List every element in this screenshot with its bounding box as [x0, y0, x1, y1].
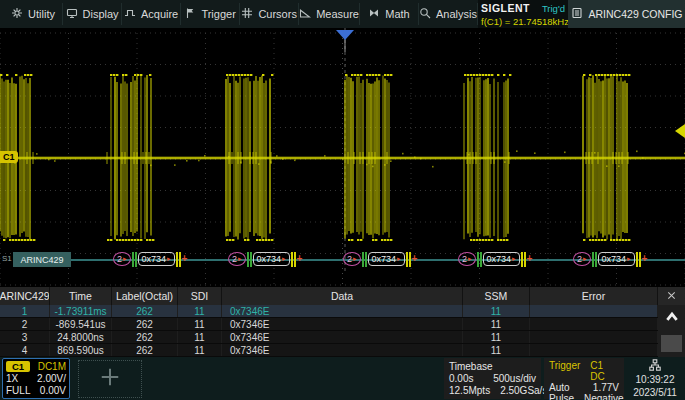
trigger-title: Trigger: [549, 360, 580, 382]
decode-ssm-mark: [291, 252, 296, 267]
channel-offset-marker[interactable]: C1: [0, 151, 18, 163]
decode-sdi-mark: [132, 252, 137, 267]
table-cell: [530, 305, 658, 317]
trigger-mode: Auto: [549, 382, 570, 393]
trigger-status-badge: Trig'd: [542, 3, 565, 14]
table-cell: -1.73911ms: [50, 305, 112, 317]
decode-bus-label[interactable]: ARINC429: [13, 252, 71, 267]
trigger-type: Pulse: [549, 393, 574, 400]
decode-list-table: ARINC429TimeLabel(Octal)SDIDataSSMError1…: [0, 287, 685, 357]
decode-parity-mark: +: [412, 254, 418, 264]
table-cell: 11: [178, 305, 222, 317]
trigger-level: 1.77V: [593, 382, 619, 393]
table-row[interactable]: 324.8000ns262110x7346E11: [0, 331, 658, 344]
decode-frame: 2▸0x734▸+: [228, 251, 302, 267]
table-cell: 262: [112, 305, 178, 317]
decode-data: 0x734▸: [598, 252, 635, 266]
table-cell: 0x7346E: [222, 305, 463, 317]
menu-item-analysis[interactable]: Analysis: [419, 3, 478, 25]
add-channel-button[interactable]: [78, 360, 142, 398]
table-row[interactable]: 4869.590us262110x7346E11: [0, 344, 658, 357]
decode-parity-mark: +: [642, 254, 648, 264]
waveform-display: [0, 28, 685, 287]
table-cell: 11: [463, 318, 530, 330]
decode-frame: 2▸0x734▸+: [458, 251, 532, 267]
decode-parity-mark: +: [297, 254, 303, 264]
acquire-icon: [124, 7, 136, 21]
table-row[interactable]: 1-1.73911ms262110x7346E11: [0, 305, 658, 318]
brand-logo: SIGLENT: [481, 2, 530, 14]
column-header: SDI: [178, 287, 222, 305]
decode-data: 0x734▸: [138, 252, 175, 266]
channel-name-tag: C1: [6, 361, 30, 372]
trigger-level-marker-icon[interactable]: [675, 124, 685, 138]
column-header: Error: [530, 287, 658, 305]
arinc429-config-button[interactable]: ARINC429 CONFIG: [568, 0, 685, 28]
menu-item-cursors[interactable]: Cursors: [240, 3, 299, 25]
decode-data: 0x734▸: [253, 252, 290, 266]
plus-icon: [99, 366, 121, 392]
trigger-position-marker-icon[interactable]: [336, 30, 354, 40]
table-cell: 0x7346E: [222, 318, 463, 330]
timebase-delay: 0.00s: [449, 373, 473, 384]
table-cell: 2: [0, 318, 50, 330]
clock-time: 10:39:22: [636, 374, 675, 385]
decode-ssm-mark: [406, 252, 411, 267]
waveform-plot-area[interactable]: C1 S1 ARINC429 2▸0x734▸+2▸0x734▸+2▸0x734…: [0, 28, 685, 287]
table-cell: 869.590us: [50, 344, 112, 356]
channel1-box[interactable]: C1 DC1M 1X 2.00V/ FULL 0.00V: [2, 358, 70, 399]
timebase-box[interactable]: Timebase 0.00s 500us/div 12.5Mpts 2.50GS…: [444, 358, 541, 399]
decode-sdi-mark: [362, 252, 367, 267]
bus-id-label: S1: [2, 254, 12, 263]
menu-item-measure[interactable]: Measure: [299, 3, 360, 25]
decode-label: 2▸: [458, 252, 476, 266]
decode-data: 0x734▸: [368, 252, 405, 266]
table-cell: 262: [112, 344, 178, 356]
decode-sdi-mark: [592, 252, 597, 267]
table-cell: 0x7346E: [222, 344, 463, 356]
trigger-slope: Negative: [584, 393, 623, 400]
decode-ssm-mark: [176, 252, 181, 267]
table-close-button[interactable]: [658, 287, 685, 305]
close-icon: [666, 287, 677, 305]
decode-data: 0x734▸: [483, 252, 520, 266]
menu-item-trigger[interactable]: Trigger: [181, 3, 240, 25]
decode-sdi-mark: [247, 252, 252, 267]
clock-date: 2023/5/11: [633, 387, 677, 398]
table-cell: 262: [112, 331, 178, 343]
list-icon: [571, 7, 583, 21]
column-header: SSM: [463, 287, 530, 305]
table-cell: 24.8000ns: [50, 331, 112, 343]
clock-block: 10:39:22 2023/5/11: [627, 358, 683, 399]
scrollbar-thumb[interactable]: [661, 335, 682, 352]
menu-item-display[interactable]: Display: [63, 3, 122, 25]
table-scrollbar: [658, 287, 685, 357]
menu-item-utility[interactable]: Utility: [4, 3, 63, 25]
scroll-up-button[interactable]: [658, 305, 685, 333]
network-icon[interactable]: [649, 359, 661, 373]
trigger-box[interactable]: Trigger C1 DC Auto 1.77V Pulse Negative: [544, 358, 624, 399]
table-cell: [530, 318, 658, 330]
decode-label: 2▸: [343, 252, 361, 266]
top-menu-bar: UtilityDisplayAcquireTriggerCursorsMeasu…: [0, 0, 685, 28]
table-cell: 11: [178, 331, 222, 343]
menu-item-math[interactable]: Math: [360, 3, 419, 25]
decode-sdi-mark: [477, 252, 482, 267]
table-cell: 11: [463, 305, 530, 317]
table-cell: 11: [463, 344, 530, 356]
table-cell: 1: [0, 305, 50, 317]
column-header: Data: [222, 287, 463, 305]
decode-parity-mark: +: [527, 254, 533, 264]
menu-item-acquire[interactable]: Acquire: [122, 3, 181, 25]
decode-parity-mark: +: [182, 254, 188, 264]
channel-coupling: DC1M: [38, 361, 66, 372]
column-header: Time: [50, 287, 112, 305]
frequency-readout: f(C1) = 21.74518kHz: [481, 16, 565, 27]
table-grid: ARINC429TimeLabel(Octal)SDIDataSSMError1…: [0, 287, 658, 357]
column-header: ARINC429: [0, 287, 50, 305]
decode-ssm-mark: [521, 252, 526, 267]
display-icon: [66, 7, 78, 21]
table-row[interactable]: 2-869.541us262110x7346E11: [0, 318, 658, 331]
table-cell: -869.541us: [50, 318, 112, 330]
oscilloscope-screen: UtilityDisplayAcquireTriggerCursorsMeasu…: [0, 0, 685, 400]
